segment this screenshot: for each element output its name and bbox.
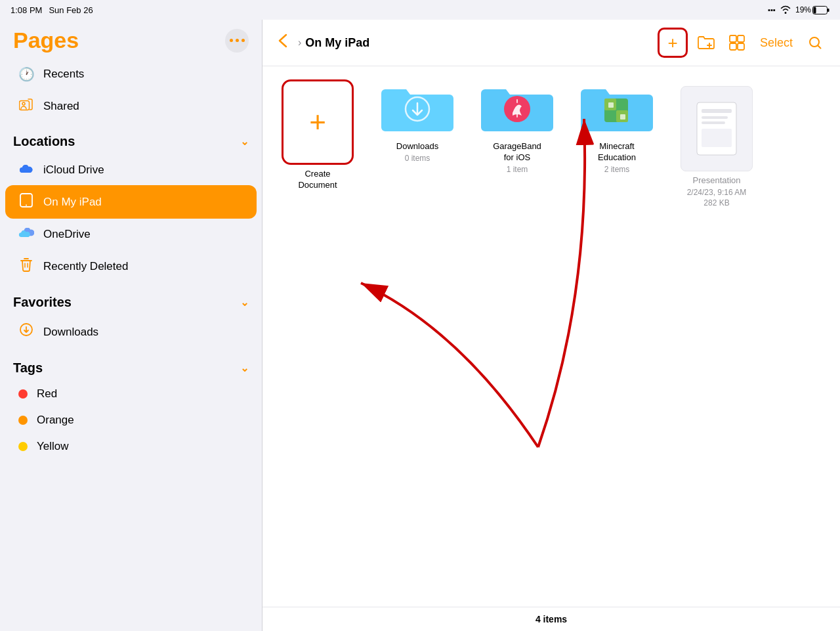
file-grid: + Create Document Downloads 0 items — [278, 79, 824, 207]
shared-label: Shared — [43, 100, 79, 113]
status-bar: 1:08 PM Sun Feb 26 ▪▪▪ 19% — [0, 0, 840, 20]
orange-tag-label: Orange — [37, 414, 74, 427]
signal-icon: ▪▪▪ — [768, 6, 776, 14]
locations-section-header: Locations ⌄ — [0, 122, 262, 154]
app-title: Pages — [13, 28, 79, 53]
more-options-button[interactable] — [225, 29, 249, 53]
minecraft-folder-meta: 2 items — [604, 165, 630, 174]
tag-item-red[interactable]: Red — [5, 381, 257, 407]
sidebar-header: Pages — [0, 20, 262, 58]
tags-label: Tags — [13, 360, 43, 376]
new-folder-button[interactable] — [693, 30, 719, 55]
presentation-file-name: Presentation — [693, 175, 741, 186]
tag-item-yellow[interactable]: Yellow — [5, 433, 257, 460]
svg-rect-8 — [730, 35, 736, 42]
tag-item-orange[interactable]: Orange — [5, 407, 257, 433]
sidebar-item-recents[interactable]: 🕐 Recents — [5, 58, 257, 90]
downloads-label: Downloads — [43, 326, 98, 339]
presentation-file-size: 282 KB — [704, 198, 729, 207]
sidebar-item-icloud[interactable]: iCloud Drive — [5, 154, 257, 185]
presentation-file-date: 2/24/23, 9:16 AM — [687, 188, 747, 197]
status-time: 1:08 PM — [10, 5, 42, 15]
select-button[interactable]: Select — [755, 33, 798, 53]
ipad-icon — [18, 193, 34, 211]
garageband-folder-name: GarageBand for iOS — [493, 141, 541, 163]
tags-chevron-icon[interactable]: ⌄ — [240, 362, 249, 374]
toolbar: › On My iPad + — [262, 20, 840, 66]
locations-chevron-icon[interactable]: ⌄ — [240, 135, 249, 148]
downloads-icon — [18, 323, 34, 341]
downloads-folder-meta: 0 items — [405, 154, 430, 163]
favorites-label: Favorites — [13, 295, 72, 310]
locations-label: Locations — [13, 134, 75, 149]
tags-section-header: Tags ⌄ — [0, 349, 262, 381]
presentation-thumbnail — [681, 86, 753, 171]
yellow-tag-dot — [18, 442, 28, 451]
search-button[interactable] — [803, 31, 827, 54]
svg-rect-18 — [608, 102, 614, 108]
svg-rect-1 — [814, 7, 816, 13]
sidebar-item-shared[interactable]: Shared — [5, 90, 257, 122]
status-date: Sun Feb 26 — [49, 5, 93, 15]
presentation-file[interactable]: Presentation 2/24/23, 9:16 AM 282 KB — [677, 86, 756, 207]
add-button[interactable]: + — [658, 28, 688, 58]
minecraft-folder-icon — [581, 79, 653, 137]
grid-view-button[interactable] — [724, 30, 749, 55]
folder-garageband[interactable]: GarageBand for iOS 1 item — [478, 79, 556, 207]
svg-rect-22 — [702, 116, 728, 119]
sidebar-item-onedrive[interactable]: OneDrive — [5, 219, 257, 250]
onedrive-icon — [18, 227, 34, 242]
sidebar-item-ipad[interactable]: On My iPad — [5, 185, 257, 219]
sidebar: Pages 🕐 Recents Shared — [0, 20, 262, 631]
content-area: + Create Document Downloads 0 items — [262, 66, 840, 607]
breadcrumb: › On My iPad — [298, 36, 650, 50]
sidebar-item-downloads[interactable]: Downloads — [5, 315, 257, 349]
recents-icon: 🕐 — [18, 66, 34, 82]
recently-deleted-label: Recently Deleted — [43, 260, 128, 273]
onedrive-label: OneDrive — [43, 228, 91, 241]
red-tag-dot — [18, 389, 28, 399]
folder-minecraft[interactable]: Minecraft Education 2 items — [578, 79, 656, 207]
downloads-folder-icon — [381, 79, 453, 137]
ipad-label: On My iPad — [43, 196, 102, 209]
main-content: › On My iPad + — [262, 20, 840, 631]
back-button[interactable] — [276, 31, 290, 54]
items-count-bar: 4 items — [262, 607, 840, 631]
garageband-folder-icon — [481, 79, 553, 137]
favorites-section-header: Favorites ⌄ — [0, 283, 262, 315]
create-plus-icon: + — [309, 106, 326, 139]
svg-rect-23 — [702, 121, 725, 124]
minecraft-folder-name: Minecraft Education — [598, 141, 636, 163]
plus-icon: + — [667, 34, 677, 51]
orange-tag-dot — [18, 416, 28, 425]
items-count: 4 items — [536, 614, 567, 624]
favorites-chevron-icon[interactable]: ⌄ — [240, 296, 249, 309]
breadcrumb-title: On My iPad — [305, 36, 369, 50]
battery-icon: 19% — [795, 5, 830, 14]
sidebar-item-recently-deleted[interactable]: Recently Deleted — [5, 250, 257, 283]
more-dots-icon — [230, 39, 245, 42]
recents-label: Recents — [43, 68, 84, 81]
toolbar-actions: + — [658, 28, 827, 58]
create-document-item[interactable]: + Create Document — [278, 79, 357, 207]
svg-rect-19 — [620, 114, 625, 120]
svg-rect-10 — [730, 43, 736, 50]
wifi-icon — [780, 5, 791, 16]
red-tag-label: Red — [37, 387, 57, 401]
downloads-folder-name: Downloads — [396, 141, 438, 152]
create-document-label: Create Document — [298, 169, 337, 191]
icloud-icon — [18, 162, 34, 177]
svg-rect-2 — [828, 9, 830, 12]
icloud-label: iCloud Drive — [43, 163, 104, 177]
shared-icon — [18, 98, 34, 114]
create-document-tile[interactable]: + — [282, 79, 354, 165]
svg-rect-24 — [702, 129, 732, 147]
garageband-folder-meta: 1 item — [507, 165, 528, 174]
svg-rect-11 — [738, 43, 744, 50]
svg-rect-21 — [702, 109, 732, 113]
trash-icon — [18, 257, 34, 275]
svg-point-6 — [26, 205, 27, 206]
app-container: Pages 🕐 Recents Shared — [0, 20, 840, 631]
folder-downloads[interactable]: Downloads 0 items — [378, 79, 457, 207]
yellow-tag-label: Yellow — [37, 440, 69, 453]
